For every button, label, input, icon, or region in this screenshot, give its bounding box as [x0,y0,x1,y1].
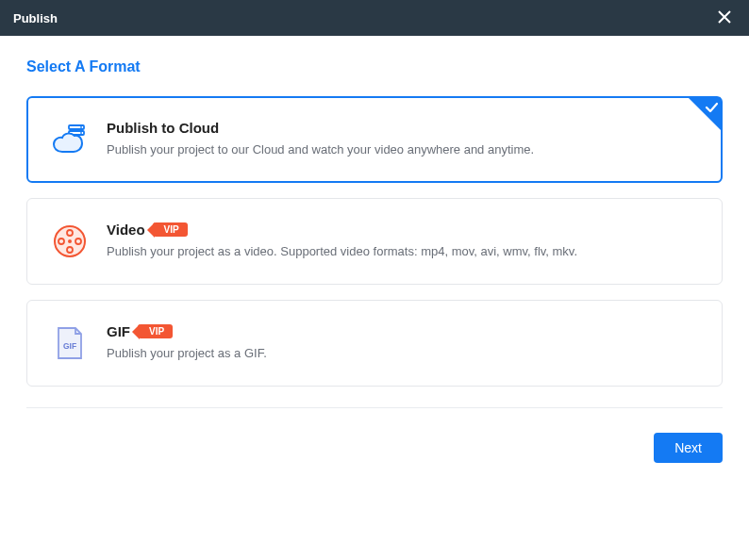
cloud-icon [50,120,90,159]
option-video[interactable]: Video VIP Publish your project as a vide… [26,198,723,285]
svg-point-3 [80,132,82,134]
next-button[interactable]: Next [654,433,723,463]
film-reel-icon [50,222,90,261]
vip-badge: VIP [153,222,188,237]
vip-badge: VIP [138,324,173,338]
option-publish-cloud[interactable]: Publish to Cloud Publish your project to… [26,96,723,183]
option-desc: Publish your project as a video. Support… [107,243,699,260]
option-title: Publish to Cloud [107,120,219,136]
option-desc: Publish your project as a GIF. [107,345,699,362]
page-heading: Select A Format [26,58,723,75]
svg-point-2 [80,126,82,128]
divider [26,407,723,408]
option-title: GIF [107,323,130,339]
close-icon[interactable] [713,8,736,28]
selected-check-icon [689,98,721,130]
window-title: Publish [13,11,58,25]
titlebar: Publish [0,0,749,36]
gif-file-label: GIF [63,341,76,351]
option-gif[interactable]: GIF GIF VIP Publish your project as a GI… [26,300,723,387]
svg-point-9 [68,239,72,243]
gif-file-icon: GIF [50,323,90,363]
option-title: Video [107,222,145,238]
option-desc: Publish your project to our Cloud and wa… [107,141,699,158]
